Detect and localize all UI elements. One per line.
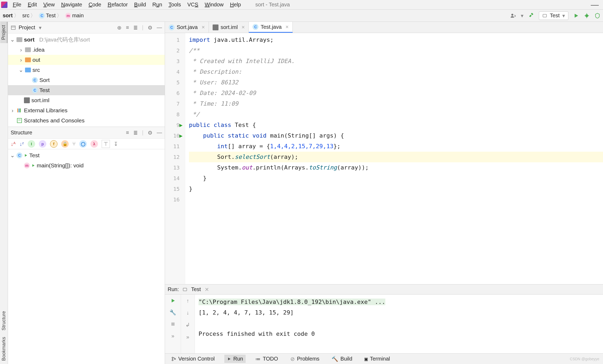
autoscroll-icon[interactable]: ↧ — [114, 141, 118, 147]
line-number[interactable]: 4 — [165, 67, 185, 77]
chevron-down-icon[interactable]: ▾ — [521, 13, 523, 19]
menu-tools[interactable]: Tools — [166, 1, 184, 8]
tree-idea[interactable]: › .idea — [8, 45, 165, 55]
close-icon[interactable]: ✕ — [201, 25, 205, 30]
run-config-selector[interactable]: Test ▾ — [539, 11, 568, 20]
stop-button[interactable] — [170, 321, 176, 327]
soft-wrap-icon[interactable]: ↲ — [185, 322, 190, 328]
line-number[interactable]: 16 — [165, 194, 185, 205]
menu-build[interactable]: Build — [131, 1, 148, 8]
tab-sort-java[interactable]: C Sort.java ✕ — [165, 22, 209, 33]
show-interfaces-icon[interactable]: I — [28, 140, 35, 148]
show-nonpublic-icon[interactable]: 🔒 — [61, 140, 69, 148]
bottom-run[interactable]: Run — [224, 355, 246, 363]
down-arrow-icon[interactable]: ↓ — [187, 310, 189, 316]
close-icon[interactable]: ✕ — [205, 286, 209, 293]
breadcrumb-sort[interactable]: sort 〉 — [1, 12, 21, 19]
tree-ext-lib[interactable]: › External Libraries — [8, 105, 165, 115]
side-tab-project[interactable]: Project — [0, 22, 7, 43]
tree-src[interactable]: ⌄ src — [8, 65, 165, 75]
code-area[interactable]: import java.util.Arrays; /** * Created w… — [185, 33, 603, 284]
structure-main[interactable]: m main(String[]): void — [8, 160, 165, 171]
bottom-todo[interactable]: ≔ TODO — [253, 355, 280, 363]
line-number[interactable]: 8 — [165, 109, 185, 120]
build-hammer-icon[interactable] — [528, 13, 534, 19]
menu-code[interactable]: Code — [86, 1, 104, 8]
run-gutter-icon[interactable]: ▶ — [179, 122, 183, 128]
tree-root[interactable]: ⌄ sort D:\java代码仓库\sort — [8, 35, 165, 45]
bottom-build[interactable]: 🔨 Build — [329, 355, 355, 363]
run-gutter-icon[interactable]: ▶ — [179, 133, 183, 139]
hide-button[interactable]: — — [157, 130, 162, 136]
show-fields-icon[interactable]: f — [50, 140, 57, 148]
gear-icon[interactable]: ⚙ — [148, 130, 152, 136]
breadcrumb-src[interactable]: src 〉 — [21, 12, 38, 19]
menu-help[interactable]: Help — [227, 1, 243, 8]
menu-run[interactable]: Run — [150, 1, 165, 8]
tree-test-class[interactable]: C Test — [8, 85, 165, 95]
settings-button[interactable]: 🔧 — [170, 309, 176, 315]
menu-edit[interactable]: Edit — [25, 1, 39, 8]
line-number[interactable]: 11 — [165, 141, 185, 152]
debug-button[interactable] — [584, 13, 590, 19]
line-number[interactable]: 3 — [165, 56, 185, 67]
run-button[interactable] — [573, 13, 579, 19]
locate-icon[interactable]: ⊕ — [117, 24, 122, 31]
run-tab-label[interactable]: Test — [191, 286, 201, 292]
collapse-all-icon[interactable]: ≣ — [133, 24, 138, 31]
menu-navigate[interactable]: Navigate — [59, 1, 85, 8]
menu-refactor[interactable]: Refactor — [105, 1, 130, 8]
line-number[interactable]: 6 — [165, 88, 185, 98]
menu-view[interactable]: View — [41, 1, 57, 8]
side-tab-bookmarks[interactable]: Bookmarks — [1, 334, 7, 364]
collapse-all-icon[interactable]: ≣ — [133, 130, 138, 136]
menu-window[interactable]: Window — [202, 1, 226, 8]
line-number[interactable]: 15 — [165, 184, 185, 194]
struct-icon2[interactable]: ⊤ — [102, 140, 110, 148]
line-number[interactable]: ▶10 — [165, 130, 185, 141]
expand-all-icon[interactable]: ≡ — [126, 24, 129, 31]
side-tab-structure[interactable]: Structure — [1, 308, 7, 334]
tree-iml[interactable]: sort.iml — [8, 95, 165, 105]
line-number[interactable]: 2 — [165, 45, 185, 56]
menu-vcs[interactable]: VCS — [185, 1, 201, 8]
show-anonymous-icon[interactable]: ◯ — [79, 140, 87, 148]
more-icon[interactable]: » — [186, 334, 189, 340]
close-icon[interactable]: ✕ — [241, 25, 245, 30]
tab-sort-iml[interactable]: sort.iml ✕ — [209, 22, 249, 33]
bottom-problems[interactable]: ⊘ Problems — [288, 355, 322, 363]
more-icon[interactable]: » — [171, 333, 174, 339]
bottom-terminal[interactable]: ▣ Terminal — [362, 355, 393, 363]
line-number[interactable]: 1 — [165, 35, 185, 45]
tree-scratches[interactable]: Scratches and Consoles — [8, 115, 165, 126]
tree-out[interactable]: › out — [8, 55, 165, 65]
sort-az-icon[interactable]: ↓ᴬ — [11, 141, 16, 147]
show-lambdas-icon[interactable]: λ — [90, 140, 98, 148]
line-number[interactable]: ▶9 — [165, 120, 185, 130]
window-minimize-button[interactable]: — — [588, 0, 602, 9]
struct-icon[interactable]: ⑂ — [72, 141, 76, 147]
close-icon[interactable]: ✕ — [285, 24, 289, 30]
chevron-down-icon[interactable]: ▾ — [39, 24, 42, 31]
line-number[interactable]: 12 — [165, 152, 185, 162]
line-number[interactable]: 13 — [165, 162, 185, 173]
tree-sort-class[interactable]: C Sort — [8, 75, 165, 85]
line-number[interactable]: 7 — [165, 98, 185, 109]
breadcrumb-test[interactable]: C Test 〉 — [37, 12, 64, 19]
line-number[interactable]: 14 — [165, 173, 185, 184]
menu-file[interactable]: File — [10, 1, 24, 8]
console-output[interactable]: "C:\Program Files\Java\jdk1.8.0_192\bin\… — [195, 295, 603, 353]
coverage-button[interactable] — [594, 13, 600, 19]
up-arrow-icon[interactable]: ↑ — [187, 298, 189, 304]
bottom-version-control[interactable]: Version Control — [169, 355, 217, 363]
user-icon[interactable] — [510, 13, 516, 19]
line-number[interactable]: 5 — [165, 77, 185, 88]
tab-test-java[interactable]: C Test.java ✕ — [249, 22, 293, 33]
rerun-button[interactable] — [170, 298, 176, 304]
gear-icon[interactable]: ⚙ — [148, 24, 152, 31]
expand-all-icon[interactable]: ≡ — [126, 130, 129, 136]
hide-button[interactable]: — — [157, 24, 162, 31]
sort-za-icon[interactable]: ↓ᶻ — [19, 141, 24, 147]
structure-root[interactable]: ⌄ C Test — [8, 150, 165, 160]
show-properties-icon[interactable]: p — [39, 140, 46, 148]
